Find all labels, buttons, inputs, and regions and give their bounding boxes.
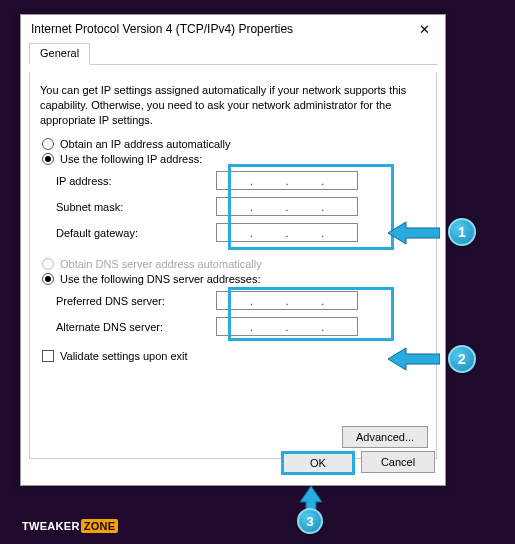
tab-label: General [40,47,79,59]
row-default-gateway: Default gateway: ... [56,220,422,246]
field-label: Default gateway: [56,227,216,239]
radio-icon [42,273,54,285]
annotation-arrow-2 [388,346,440,372]
annotation-arrow-1 [388,220,440,246]
watermark-part2: ZONE [81,519,119,533]
dialog-footer: OK Cancel [281,451,435,475]
checkbox-label: Validate settings upon exit [60,350,188,362]
row-subnet-mask: Subnet mask: ... [56,194,422,220]
validate-checkbox-row[interactable]: Validate settings upon exit [42,350,424,362]
cancel-button[interactable]: Cancel [361,451,435,473]
checkbox-icon [42,350,54,362]
subnet-mask-input[interactable]: ... [216,197,358,216]
alternate-dns-input[interactable]: ... [216,317,358,336]
radio-label: Obtain an IP address automatically [60,138,230,150]
button-label: OK [310,457,326,469]
row-preferred-dns: Preferred DNS server: ... [56,288,422,314]
badge-number: 1 [458,224,466,240]
ok-button[interactable]: OK [281,451,355,475]
svg-marker-0 [388,222,440,244]
dns-fields-block: Preferred DNS server: ... Alternate DNS … [56,288,422,340]
radio-label: Obtain DNS server address automatically [60,258,262,270]
annotation-badge-1: 1 [448,218,476,246]
field-label: Alternate DNS server: [56,321,216,333]
radio-icon [42,153,54,165]
radio-auto-ip[interactable]: Obtain an IP address automatically [42,138,424,150]
radio-icon [42,258,54,270]
tab-general[interactable]: General [29,43,90,65]
tab-panel: You can get IP settings assigned automat… [29,73,437,459]
default-gateway-input[interactable]: ... [216,223,358,242]
svg-marker-1 [388,348,440,370]
field-label: Preferred DNS server: [56,295,216,307]
preferred-dns-input[interactable]: ... [216,291,358,310]
badge-number: 2 [458,351,466,367]
badge-number: 3 [306,514,313,529]
watermark: TWEAKERZONE [22,520,118,532]
button-label: Cancel [381,456,415,468]
advanced-button[interactable]: Advanced... [342,426,428,448]
tabstrip: General [29,43,437,65]
ip-address-input[interactable]: ... [216,171,358,190]
dialog-title: Internet Protocol Version 4 (TCP/IPv4) P… [31,22,293,36]
radio-label: Use the following DNS server addresses: [60,273,261,285]
field-label: Subnet mask: [56,201,216,213]
field-label: IP address: [56,175,216,187]
description-text: You can get IP settings assigned automat… [40,83,426,128]
ip-fields-block: IP address: ... Subnet mask: ... Default… [56,168,422,246]
radio-auto-dns: Obtain DNS server address automatically [42,258,424,270]
properties-dialog: Internet Protocol Version 4 (TCP/IPv4) P… [20,14,446,486]
radio-manual-ip[interactable]: Use the following IP address: [42,153,424,165]
annotation-badge-3: 3 [297,508,323,534]
close-icon[interactable]: ✕ [409,22,439,37]
titlebar: Internet Protocol Version 4 (TCP/IPv4) P… [21,15,445,43]
radio-manual-dns[interactable]: Use the following DNS server addresses: [42,273,424,285]
watermark-part1: TWEAKER [22,520,80,532]
radio-icon [42,138,54,150]
row-ip-address: IP address: ... [56,168,422,194]
row-alternate-dns: Alternate DNS server: ... [56,314,422,340]
radio-label: Use the following IP address: [60,153,202,165]
button-label: Advanced... [356,431,414,443]
annotation-badge-2: 2 [448,345,476,373]
